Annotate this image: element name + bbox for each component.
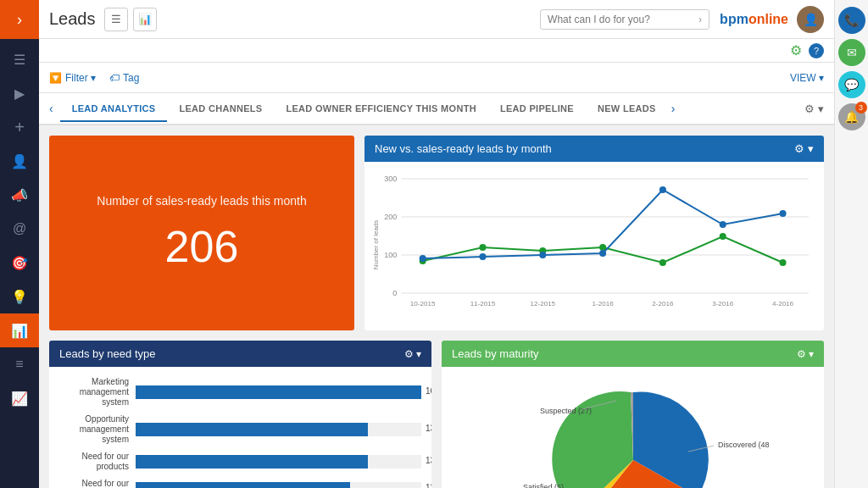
tab-lead-channels[interactable]: LEAD CHANNELS bbox=[167, 97, 274, 122]
notification-badge: 3 bbox=[855, 102, 867, 114]
bar-track-2: 13 bbox=[136, 455, 421, 469]
tab-lead-pipeline-label: LEAD PIPELINE bbox=[500, 103, 574, 114]
svg-text:300: 300 bbox=[384, 175, 397, 183]
view-button[interactable]: VIEW ▾ bbox=[790, 72, 824, 84]
bar-chart-gear-icon: ⚙ ▾ bbox=[404, 348, 421, 360]
line-chart-arrow-icon: ▾ bbox=[808, 142, 814, 155]
tab-nav-left-arrow[interactable]: ‹ bbox=[49, 102, 53, 115]
bar-chart-settings-button[interactable]: ⚙ ▾ bbox=[404, 348, 421, 360]
main-area: Leads ☰ 📊 › bpmonline 👤 ⚙ ? 🔽 Filter ▾ 🏷… bbox=[39, 0, 834, 488]
line-chart-body: 300 200 100 0 Number of leads 10-2015 bbox=[364, 162, 824, 330]
line-chart-settings-button[interactable]: ⚙ ▾ bbox=[794, 142, 814, 155]
tab-lead-analytics[interactable]: LEAD ANALYTICS bbox=[60, 97, 168, 122]
page-title: Leads bbox=[49, 9, 96, 29]
search-arrow-icon[interactable]: › bbox=[698, 14, 702, 25]
sidebar-item-list[interactable]: ≡ bbox=[0, 347, 39, 381]
analytics-icon: 📊 bbox=[11, 323, 28, 339]
svg-text:200: 200 bbox=[384, 213, 397, 221]
line-chart-title: New vs. sales-ready leads by month bbox=[375, 142, 552, 155]
bar-row: Need for our products 13 bbox=[59, 452, 421, 472]
sidebar-item-menu[interactable]: ☰ bbox=[0, 42, 39, 76]
tag-button[interactable]: 🏷 Tag bbox=[109, 72, 139, 84]
pie-chart-title: Leads by maturity bbox=[452, 347, 539, 360]
sidebar-item-play[interactable]: ▶ bbox=[0, 76, 39, 110]
user-icon: 👤 bbox=[11, 153, 28, 169]
tab-lead-owner-efficiency[interactable]: LEAD OWNER EFFICIENCY THIS MONTH bbox=[274, 97, 488, 122]
settings-gear-icon[interactable]: ⚙ bbox=[790, 42, 802, 58]
list-view-button[interactable]: ☰ bbox=[104, 8, 128, 31]
svg-point-27 bbox=[659, 186, 666, 193]
mail-icon: ✉ bbox=[847, 46, 857, 59]
left-sidebar: › ☰ ▶ + 👤 📣 @ 🎯 💡 📊 ≡ 📈 bbox=[0, 0, 39, 488]
svg-text:12-2015: 12-2015 bbox=[530, 300, 555, 308]
filter-button[interactable]: 🔽 Filter ▾ bbox=[49, 72, 96, 84]
help-question-icon[interactable]: ? bbox=[809, 43, 824, 58]
tab-new-leads[interactable]: NEW LEADS bbox=[586, 97, 668, 122]
tabs-settings-button[interactable]: ⚙ ▾ bbox=[804, 103, 824, 115]
chat-icon-button[interactable]: 💬 bbox=[838, 71, 865, 98]
svg-point-26 bbox=[599, 250, 606, 257]
mail-icon-button[interactable]: ✉ bbox=[838, 39, 865, 66]
tag-label: Tag bbox=[123, 72, 139, 84]
svg-point-28 bbox=[720, 221, 726, 228]
sidebar-item-target[interactable]: 🎯 bbox=[0, 246, 39, 280]
svg-point-25 bbox=[539, 252, 546, 258]
sidebar-item-broadcast[interactable]: 📣 bbox=[0, 178, 39, 212]
add-icon: + bbox=[14, 118, 25, 137]
svg-text:1-2016: 1-2016 bbox=[593, 300, 615, 308]
bar-track-0: 16 bbox=[136, 385, 421, 399]
pie-chart-settings-button[interactable]: ⚙ ▾ bbox=[797, 348, 814, 360]
line-chart-card: New vs. sales-ready leads by month ⚙ ▾ 3… bbox=[364, 136, 824, 330]
logo-text: bpmonline bbox=[720, 12, 788, 27]
sidebar-item-analytics[interactable]: 📊 bbox=[0, 313, 39, 347]
tag-icon: 🏷 bbox=[109, 72, 120, 84]
svg-text:10-2015: 10-2015 bbox=[410, 300, 436, 308]
svg-point-24 bbox=[479, 253, 486, 260]
sidebar-item-email[interactable]: @ bbox=[0, 212, 39, 246]
chart-view-button[interactable]: 📊 bbox=[133, 8, 157, 31]
bar-fill-3 bbox=[136, 482, 350, 488]
bar-val-2: 13 bbox=[426, 456, 431, 465]
bar-track-3: 12 bbox=[136, 482, 421, 488]
chevron-right-icon: › bbox=[17, 11, 22, 29]
tabs-settings-arrow: ▾ bbox=[818, 103, 824, 115]
search-box: › bbox=[540, 9, 709, 30]
bar-val-1: 13 bbox=[426, 424, 431, 433]
sidebar-item-add[interactable]: + bbox=[0, 110, 39, 144]
bar-label-1: Opportunity management system bbox=[59, 414, 136, 445]
svg-text:2-2016: 2-2016 bbox=[652, 300, 674, 308]
bell-icon-button[interactable]: 🔔 3 bbox=[838, 103, 865, 130]
top-row: Number of sales-ready leads this month 2… bbox=[49, 136, 824, 330]
view-label: VIEW ▾ bbox=[790, 72, 824, 84]
sidebar-item-user[interactable]: 👤 bbox=[0, 144, 39, 178]
phone-icon: 📞 bbox=[844, 14, 859, 27]
tab-nav-right-arrow[interactable]: › bbox=[671, 102, 676, 115]
bar-label-0: Marketing management system bbox=[59, 377, 136, 408]
svg-point-20 bbox=[659, 259, 666, 266]
svg-point-23 bbox=[420, 255, 426, 262]
line-chart-svg: 300 200 100 0 Number of leads 10-2015 bbox=[371, 169, 817, 321]
bar-chart-card: Leads by need type ⚙ ▾ Marketing managem… bbox=[49, 341, 431, 488]
svg-text:4-2016: 4-2016 bbox=[772, 300, 794, 308]
tab-lead-pipeline[interactable]: LEAD PIPELINE bbox=[488, 97, 586, 122]
svg-point-17 bbox=[479, 244, 486, 251]
tab-lead-channels-label: LEAD CHANNELS bbox=[179, 103, 262, 114]
chat-icon: 💬 bbox=[844, 78, 859, 92]
bar-fill-1 bbox=[136, 423, 368, 436]
target-icon: 🎯 bbox=[11, 255, 28, 271]
sidebar-item-idea[interactable]: 💡 bbox=[0, 280, 39, 313]
bar-label-2: Need for our products bbox=[59, 452, 136, 472]
bar-label-3: Need for our services bbox=[59, 479, 136, 488]
pie-label-discovered: Discovered (48) bbox=[718, 441, 769, 449]
sidebar-item-chart[interactable]: 📈 bbox=[0, 381, 39, 415]
sidebar-top-chevron[interactable]: › bbox=[0, 0, 39, 39]
avatar[interactable]: 👤 bbox=[797, 6, 824, 33]
bar-val-0: 16 bbox=[426, 386, 431, 396]
phone-icon-button[interactable]: 📞 bbox=[838, 7, 865, 34]
pie-label-satisfied: Satisfied (5) bbox=[523, 483, 564, 488]
bar-fill-2 bbox=[136, 455, 368, 469]
bar-track-1: 13 bbox=[136, 423, 421, 436]
search-input[interactable] bbox=[548, 14, 698, 25]
kpi-label: Number of sales-ready leads this month bbox=[97, 194, 306, 208]
filter-bar: 🔽 Filter ▾ 🏷 Tag VIEW ▾ bbox=[39, 63, 834, 93]
